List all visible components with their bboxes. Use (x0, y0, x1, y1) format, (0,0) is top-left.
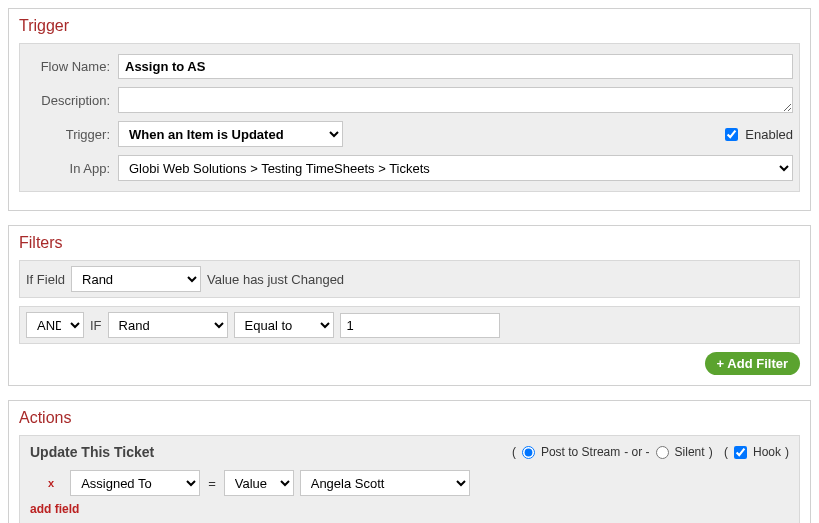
action-title: Update This Ticket (30, 444, 154, 460)
trigger-panel: Trigger Flow Name: Description: Trigger:… (8, 8, 811, 211)
post-to-stream-label: Post to Stream (541, 445, 620, 459)
remove-line-button[interactable]: x (48, 477, 54, 489)
flow-name-input[interactable] (118, 54, 793, 79)
trigger-select[interactable]: When an Item is Updated (118, 121, 343, 147)
action-field-select[interactable]: Assigned To (70, 470, 200, 496)
paren-close2: ) (785, 445, 789, 459)
filter2-value-input[interactable] (340, 313, 500, 338)
trigger-row: Trigger: When an Item is Updated Enabled (26, 117, 793, 151)
if-label: IF (90, 318, 102, 333)
silent-label: Silent (675, 445, 705, 459)
trigger-form: Flow Name: Description: Trigger: When an… (19, 43, 800, 192)
enabled-checkbox[interactable] (725, 128, 738, 141)
in-app-label: In App: (26, 161, 118, 176)
flow-name-label: Flow Name: (26, 59, 118, 74)
in-app-select[interactable]: Globi Web Solutions > Testing TimeSheets… (118, 155, 793, 181)
description-label: Description: (26, 93, 118, 108)
hook-checkbox[interactable] (734, 446, 747, 459)
action-options: ( Post to Stream - or - Silent ) ( Hook … (512, 445, 789, 459)
action-box: Update This Ticket ( Post to Stream - or… (19, 435, 800, 523)
filter-row-1: If Field Rand Value has just Changed (19, 260, 800, 298)
filters-panel: Filters If Field Rand Value has just Cha… (8, 225, 811, 386)
filters-title: Filters (19, 234, 800, 252)
silent-radio[interactable] (656, 446, 669, 459)
trigger-label: Trigger: (26, 127, 118, 142)
enabled-wrap: Enabled (721, 125, 793, 144)
filter2-op-select[interactable]: Equal to (234, 312, 334, 338)
hook-label: Hook (753, 445, 781, 459)
filter-row-2: AND IF Rand Equal to (19, 306, 800, 344)
actions-panel: Actions Update This Ticket ( Post to Str… (8, 400, 811, 523)
description-row: Description: (26, 83, 793, 117)
or-text: - or - (624, 445, 649, 459)
action-line: x Assigned To = Value Angela Scott (30, 468, 789, 502)
in-app-row: In App: Globi Web Solutions > Testing Ti… (26, 151, 793, 185)
filters-button-row: + Add Filter (19, 352, 800, 375)
equals-sign: = (206, 476, 218, 491)
trigger-title: Trigger (19, 17, 800, 35)
value-changed-text: Value has just Changed (207, 272, 344, 287)
filter1-field-select[interactable]: Rand (71, 266, 201, 292)
if-field-label: If Field (26, 272, 65, 287)
action-value-select[interactable]: Angela Scott (300, 470, 470, 496)
action-mode-select[interactable]: Value (224, 470, 294, 496)
paren-open2: ( (724, 445, 728, 459)
filter2-field-select[interactable]: Rand (108, 312, 228, 338)
description-input[interactable] (118, 87, 793, 113)
paren-open: ( (512, 445, 516, 459)
enabled-label: Enabled (745, 127, 793, 142)
action-head: Update This Ticket ( Post to Stream - or… (30, 444, 789, 460)
post-to-stream-radio[interactable] (522, 446, 535, 459)
paren-close: ) (709, 445, 713, 459)
flow-name-row: Flow Name: (26, 50, 793, 83)
actions-title: Actions (19, 409, 800, 427)
add-field-link[interactable]: add field (30, 502, 789, 516)
conjunction-select[interactable]: AND (26, 312, 84, 338)
add-filter-button[interactable]: + Add Filter (705, 352, 800, 375)
